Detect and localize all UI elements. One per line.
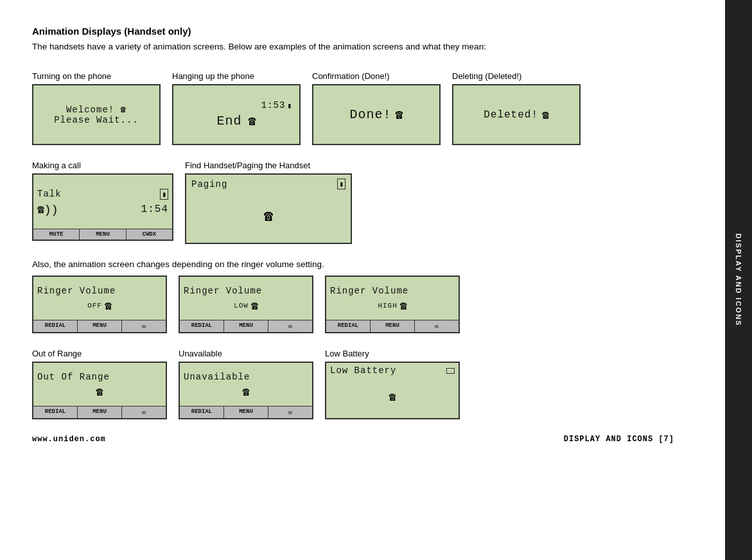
paging-text: Paging <box>191 179 227 189</box>
done-row: Done! ☎ <box>349 107 403 123</box>
deleting-label: Deleting (Deleted!) <box>452 71 521 81</box>
env-btn-low[interactable]: ✉ <box>268 320 312 332</box>
unavailable-label: Unavailable <box>179 349 222 358</box>
env-btn-high[interactable]: ✉ <box>415 320 459 332</box>
low-battery-text: Low Battery <box>330 365 396 376</box>
battery-icon-top: ▮ <box>287 101 292 110</box>
ringer-off-screen: Ringer Volume OFF ☎ REDIAL MENU ✉ <box>32 276 167 333</box>
redial-btn-high[interactable]: REDIAL <box>326 320 371 332</box>
redial-btn-off[interactable]: REDIAL <box>33 320 78 332</box>
deleting-screen: Deleted! ☎ <box>452 84 581 145</box>
deleting-group: Deleting (Deleted!) Deleted! ☎ <box>452 71 581 145</box>
menu-btn-off[interactable]: MENU <box>78 320 122 332</box>
turning-on-label: Turning on the phone <box>32 71 111 81</box>
making-call-display: Talk ▮ ☎)) 1:54 <box>33 175 172 229</box>
deleted-row: Deleted! ☎ <box>484 108 549 122</box>
ringer-low-content: Ringer Volume LOW ☎ REDIAL MENU ✉ <box>180 277 312 332</box>
making-call-buttons: MUTE MENU CWDX <box>33 229 172 240</box>
turning-on-screen: Welcome! ☎ Please Wait... <box>32 84 161 145</box>
menu-btn-unavail[interactable]: MENU <box>224 407 268 418</box>
phone-icon-off: ☎ <box>105 299 112 313</box>
paging-group: Find Handset/Paging the Handset Paging ▮… <box>185 161 352 244</box>
unavailable-text: Unavailable <box>184 372 250 382</box>
time-text: 1:53 <box>261 100 286 110</box>
ringer-low-group: Ringer Volume LOW ☎ REDIAL MENU ✉ <box>179 276 313 333</box>
row1-screens: Turning on the phone Welcome! ☎ Please W… <box>32 71 674 145</box>
out-of-range-group: Out of Range Out Of Range ☎ REDIAL MENU <box>32 349 167 419</box>
paging-screen: Paging ▮ ☎ <box>185 173 352 244</box>
mute-button[interactable]: MUTE <box>33 229 80 240</box>
unavailable-icon-row: ☎ <box>243 385 250 399</box>
low-battery-icon-row: ☎ <box>389 376 396 418</box>
ringer-high-content: Ringer Volume HIGH ☎ REDIAL MENU ✉ <box>326 277 459 332</box>
low-battery-label: Low Battery <box>325 349 369 358</box>
out-of-range-text-row: Out Of Range <box>37 372 162 382</box>
ringer-high-display: Ringer Volume HIGH ☎ <box>326 277 459 320</box>
battery-paging: ▮ <box>337 179 345 189</box>
phone-icon-oor: ☎ <box>96 385 103 399</box>
low-battery-top-row: Low Battery <box>326 363 459 376</box>
unavailable-text-row: Unavailable <box>184 372 308 382</box>
cwdx-button[interactable]: CWDX <box>127 229 172 240</box>
out-of-range-content: Out Of Range ☎ REDIAL MENU ✉ <box>33 363 166 418</box>
hanging-up-screen: 1:53 ▮ End ☎ <box>172 84 301 145</box>
paging-phone-icon: ☎ <box>264 207 273 225</box>
paging-icon-row: ☎ <box>264 189 273 243</box>
row3-screens: Ringer Volume OFF ☎ REDIAL MENU ✉ <box>32 276 674 333</box>
ringer-off-title: Ringer Volume <box>37 286 162 296</box>
ringer-low-title: Ringer Volume <box>184 286 308 296</box>
unavailable-display: Unavailable ☎ <box>180 363 312 406</box>
ringer-high-title: Ringer Volume <box>330 286 455 296</box>
redial-btn-unavail[interactable]: REDIAL <box>180 407 224 418</box>
ringer-high-buttons: REDIAL MENU ✉ <box>326 320 459 332</box>
making-call-screen: Talk ▮ ☎)) 1:54 MUTE MENU CWDX <box>32 173 173 241</box>
main-content: Animation Displays (Handset only) The ha… <box>0 0 706 476</box>
hanging-up-label: Hanging up the phone <box>172 71 254 81</box>
row2-screens: Making a call Talk ▮ ☎)) 1:54 M <box>32 161 674 244</box>
low-battery-group: Low Battery Low Battery ☎ <box>325 349 460 419</box>
ringer-off-icon-row: OFF ☎ <box>87 299 112 313</box>
redial-btn-oor[interactable]: REDIAL <box>33 407 78 418</box>
ringer-off-label: Ringer Volume <box>37 286 116 296</box>
sidebar-text: DISPLAY AND ICONS <box>735 234 742 327</box>
menu-button-call[interactable]: MENU <box>80 229 126 240</box>
unavailable-group: Unavailable Unavailable ☎ REDIAL MENU <box>179 349 313 419</box>
ringer-low-screen: Ringer Volume LOW ☎ REDIAL MENU ✉ <box>179 276 313 333</box>
phone-icon-deleted: ☎ <box>542 108 549 122</box>
menu-btn-oor[interactable]: MENU <box>78 407 122 418</box>
menu-btn-low[interactable]: MENU <box>224 320 268 332</box>
env-btn-off[interactable]: ✉ <box>122 320 166 332</box>
ringer-off-display: Ringer Volume OFF ☎ <box>33 277 166 320</box>
env-btn-unavail[interactable]: ✉ <box>268 407 312 418</box>
out-of-range-screen: Out Of Range ☎ REDIAL MENU ✉ <box>32 362 167 419</box>
phone-icon-lowbatt: ☎ <box>389 390 396 404</box>
paging-top-row: Paging ▮ <box>186 175 351 189</box>
redial-btn-low[interactable]: REDIAL <box>180 320 224 332</box>
phone-icon-low: ☎ <box>251 299 258 313</box>
making-call-content: Talk ▮ ☎)) 1:54 MUTE MENU CWDX <box>33 175 172 240</box>
empty-battery-icon <box>446 368 455 374</box>
end-text: End <box>216 114 241 128</box>
sidebar-tab: DISPLAY AND ICONS <box>725 0 752 560</box>
ringer-high-group: Ringer Volume HIGH ☎ REDIAL MENU ✉ <box>325 276 460 333</box>
ringer-high-label-text: Ringer Volume <box>330 286 408 296</box>
confirmation-label: Confirmation (Done!) <box>312 71 390 81</box>
deleted-text: Deleted! <box>484 109 538 121</box>
section-desc: The handsets have a variety of animation… <box>32 40 674 53</box>
row4-screens: Out of Range Out Of Range ☎ REDIAL MENU <box>32 349 674 419</box>
ringer-low-display: Ringer Volume LOW ☎ <box>180 277 312 320</box>
unavailable-buttons: REDIAL MENU ✉ <box>180 406 312 418</box>
env-btn-oor[interactable]: ✉ <box>122 407 166 418</box>
phone-icon-end: ☎ <box>248 113 256 129</box>
ringer-high-screen: Ringer Volume HIGH ☎ REDIAL MENU ✉ <box>325 276 460 333</box>
making-call-label: Making a call <box>32 161 81 170</box>
talk-row: Talk ▮ <box>37 189 168 200</box>
unavailable-screen: Unavailable ☎ REDIAL MENU ✉ <box>179 362 313 419</box>
footer: www.uniden.com DISPLAY AND ICONS [7] <box>32 435 674 450</box>
out-of-range-icon-row: ☎ <box>96 385 103 399</box>
off-label: OFF <box>87 302 102 310</box>
phone-icon-unavail: ☎ <box>243 385 250 399</box>
talk-text: Talk <box>37 189 62 199</box>
menu-btn-high[interactable]: MENU <box>371 320 415 332</box>
out-of-range-text: Out Of Range <box>37 372 110 382</box>
